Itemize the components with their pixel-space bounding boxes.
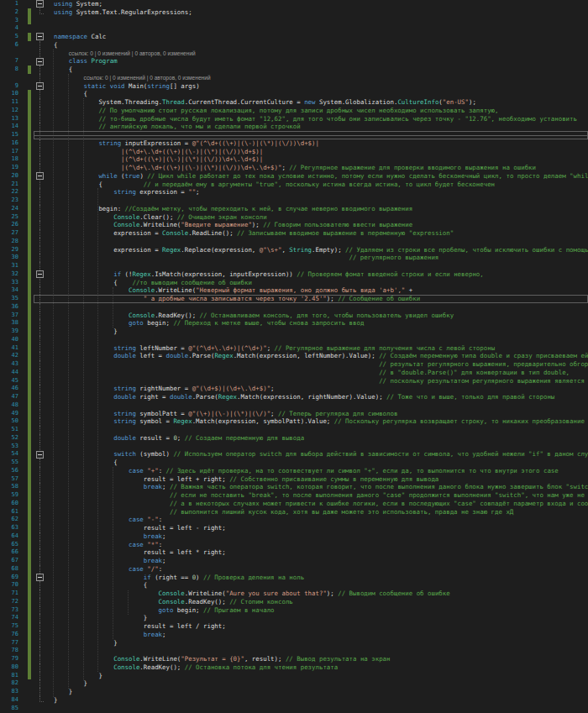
fold-collapse-icon[interactable] [36, 574, 44, 581]
editor-row[interactable]: 29 expression = Regex.Replace(expression… [0, 246, 588, 254]
code-line[interactable]: expression = Regex.Replace(expression, @… [54, 246, 588, 254]
editor-row[interactable]: 23 [0, 197, 588, 205]
editor-row[interactable]: 30 // регулярного выражения [0, 254, 588, 262]
code-line[interactable]: |(^\d+\.\d+((\+)|(\-)|(\*)|(\/))\d+\.\d+… [54, 164, 588, 172]
code-line[interactable] [54, 705, 588, 713]
editor-row[interactable]: 82 } [0, 679, 588, 688]
code-line[interactable]: } [54, 328, 588, 336]
code-line[interactable]: // результат регулярного выражения, пред… [54, 360, 588, 369]
editor-row[interactable]: 4 [0, 24, 588, 33]
editor-row[interactable]: 71 Console.WriteLine("Aure you sure abou… [0, 590, 588, 598]
code-line[interactable]: result = left / right; [54, 622, 588, 631]
code-line[interactable]: expression = Console.ReadLine(); // Запи… [54, 229, 588, 238]
editor-row[interactable]: 42 double left = double.Parse(Regex.Matc… [0, 352, 588, 360]
editor-row[interactable]: 2using System.Text.RegularExpressions; [0, 8, 588, 17]
code-line[interactable]: class Program [54, 57, 588, 66]
editor-row[interactable]: 39 } [0, 328, 588, 336]
code-line[interactable]: // выполнится лишний кусок кода, хотя вы… [54, 508, 588, 516]
editor-row[interactable]: 56 case "+": // Здесь идёт проверка, на … [0, 467, 588, 475]
code-line[interactable]: Console.ReadKey(); // Остановка потока д… [54, 663, 588, 672]
editor-row[interactable]: 81 } [0, 672, 588, 680]
code-line[interactable]: // в "double.Parse()" для конвертации в … [54, 369, 588, 377]
code-line[interactable]: { [54, 459, 588, 467]
editor-row[interactable]: 69 if (right == 0) // Проверка деления н… [0, 574, 588, 582]
code-line[interactable]: double right = double.Parse(Regex.Match(… [54, 393, 588, 401]
code-line[interactable]: string inputExpression = @"(^\d+((\+)|(\… [54, 139, 588, 148]
code-line[interactable]: // регулярного выражения [54, 254, 588, 262]
code-line[interactable]: case "-": [54, 516, 588, 524]
editor-row[interactable]: 72 Console.ReadKey(); // Стопим консоль [0, 598, 588, 606]
editor-row[interactable]: 50 string symbol = Regex.Match(expressio… [0, 417, 588, 426]
editor-row[interactable]: 40 [0, 336, 588, 344]
fold-collapse-icon[interactable] [36, 451, 44, 459]
editor-row[interactable]: 17 |(^\d+\.\d+((\+)|(\-)|(\*)|(\/))\d+$)… [0, 148, 588, 156]
editor-row[interactable]: 18 |(^\d+((\+)|(\-)|(\*)|(\/))\d+\.\d+$)… [0, 155, 588, 164]
fold-collapse-icon[interactable] [36, 0, 44, 8]
code-line[interactable]: while (true) // Цикл while работает до т… [54, 172, 588, 181]
editor-row[interactable]: 73 goto begin; // Прыгаем в начало [0, 606, 588, 615]
fold-collapse-icon[interactable] [36, 172, 44, 180]
codelens-label[interactable]: ссылок: 0 | 0 изменений | 0 авторов, 0 и… [69, 50, 196, 56]
code-line[interactable]: break; [54, 631, 588, 639]
code-line[interactable]: using System; [54, 0, 588, 8]
editor-row[interactable]: 60 // а в некоторых случаях может привес… [0, 500, 588, 508]
editor-row[interactable]: 53 [0, 443, 588, 451]
editor-row[interactable]: ссылок: 0 | 0 изменений | 0 авторов, 0 и… [0, 50, 588, 58]
code-line[interactable]: case "*": [54, 541, 588, 549]
code-line[interactable] [54, 262, 588, 270]
code-line[interactable]: Console.ReadKey(); // Останавливаем конс… [54, 312, 588, 320]
editor-row[interactable]: 14 // английскую локаль, что мы и сделал… [0, 123, 588, 131]
code-line[interactable]: double result = 0; // Создаем переменную… [54, 434, 588, 443]
code-line[interactable]: static void Main(string[] args) [54, 82, 588, 91]
editor-row[interactable]: 61 // выполнится лишний кусок кода, хотя… [0, 508, 588, 516]
editor-row[interactable]: 11 System.Threading.Thread.CurrentThread… [0, 98, 588, 107]
editor-row[interactable]: 62 case "-": [0, 516, 588, 524]
code-line[interactable]: begin: //Создаём метку, чтобы переходить… [54, 205, 588, 213]
code-line[interactable] [54, 426, 588, 434]
editor-row[interactable]: 75 result = left / right; [0, 622, 588, 631]
editor-row[interactable]: 76 break; [0, 631, 588, 639]
editor-row[interactable]: 48 [0, 401, 588, 410]
editor-row[interactable]: 74 } [0, 614, 588, 622]
code-line[interactable]: // если не поставить "break", то после в… [54, 491, 588, 500]
code-line[interactable]: " а дробные числа записыватся через точк… [54, 295, 588, 303]
editor-row[interactable]: 10 { [0, 90, 588, 98]
code-line[interactable]: using System.Text.RegularExpressions; [54, 8, 588, 17]
code-line[interactable]: { [54, 90, 588, 98]
code-line[interactable]: if (right == 0) // Проверка деления на н… [54, 574, 588, 582]
code-line[interactable]: Console.Clear(); // Очищаем экран консол… [54, 213, 588, 222]
code-line[interactable]: break; // Важная часть оператора switch,… [54, 483, 588, 491]
code-line[interactable]: string rightNumber = @"(\d+$)|(\d+\.\d+$… [54, 385, 588, 393]
editor-row[interactable]: 80 Console.ReadKey(); // Остановка поток… [0, 663, 588, 672]
code-line[interactable]: if (!Regex.IsMatch(expression, inputExpr… [54, 270, 588, 279]
code-line[interactable]: System.Threading.Thread.CurrentThread.Cu… [54, 98, 588, 107]
code-line[interactable]: // а в некоторых случаях может привести … [54, 500, 588, 508]
editor-row[interactable]: 49 string symbolPatt = @"(\+)|(\-)|(\*)|… [0, 410, 588, 418]
editor-row[interactable]: 28 [0, 238, 588, 246]
code-line[interactable] [54, 17, 588, 25]
editor-row[interactable]: 47 double right = double.Parse(Regex.Mat… [0, 393, 588, 401]
code-line[interactable]: case "+": // Здесь идёт проверка, на то … [54, 467, 588, 475]
editor-row[interactable]: 6{ [0, 41, 588, 50]
editor-row[interactable]: 64 break; [0, 532, 588, 541]
editor-row[interactable]: 22 string expression = ""; [0, 188, 588, 197]
code-line[interactable]: } [54, 672, 588, 680]
editor-row[interactable]: 33 { //то выводим сообщение об ошибки [0, 279, 588, 287]
code-line[interactable]: // поскольку результатом регулярного выр… [54, 377, 588, 385]
code-line[interactable]: namespace Calc [54, 33, 588, 41]
editor-row[interactable]: 70 { [0, 581, 588, 590]
editor-row[interactable]: ссылок: 0 | 0 изменений | 0 авторов, 0 и… [0, 74, 588, 82]
editor-row[interactable]: 35 " а дробные числа записыватся через т… [0, 295, 588, 303]
editor-row[interactable]: 3 [0, 17, 588, 25]
code-line[interactable]: string symbolPatt = @"(\+)|(\-)|(\*)|(\/… [54, 410, 588, 418]
code-line[interactable]: } [54, 679, 588, 688]
editor-row[interactable]: 13 // то-бишь дробные числа будут иметь … [0, 115, 588, 123]
editor-row[interactable]: 67 break; [0, 557, 588, 565]
editor-row[interactable]: 43 // результат регулярного выражения, п… [0, 360, 588, 369]
fold-collapse-icon[interactable] [36, 58, 44, 66]
editor-row[interactable]: 68 case "/": [0, 565, 588, 574]
code-line[interactable]: string symbol = Regex.Match(expression, … [54, 417, 588, 426]
code-line[interactable] [54, 131, 588, 139]
code-line[interactable] [54, 238, 588, 246]
code-line[interactable]: Console.WriteLine("Неверный формат выраж… [54, 286, 588, 295]
